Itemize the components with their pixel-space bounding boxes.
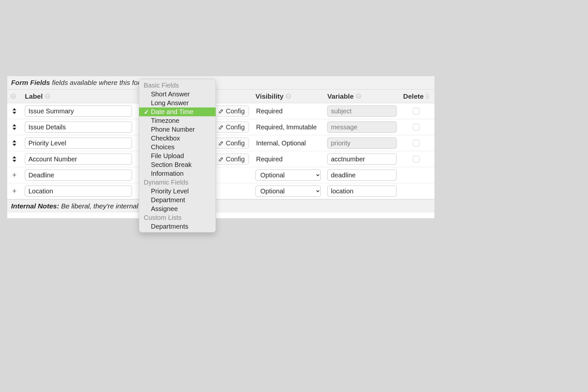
- config-button-label: Config: [226, 139, 245, 147]
- edit-icon: [219, 108, 224, 114]
- visibility-text: Internal, Optional: [255, 139, 321, 147]
- dropdown-item[interactable]: Phone Number: [139, 125, 216, 134]
- variable-input[interactable]: [327, 170, 397, 181]
- config-button-label: Config: [226, 123, 245, 131]
- column-delete-text: Delete: [403, 92, 424, 100]
- table-row: +Optional: [7, 167, 434, 183]
- column-visibility-header: Visibility: [252, 90, 324, 102]
- label-input[interactable]: [25, 170, 132, 181]
- svg-marker-0: [12, 108, 16, 110]
- dropdown-item[interactable]: Department: [139, 196, 216, 204]
- delete-checkbox[interactable]: [413, 140, 419, 146]
- label-input[interactable]: [25, 154, 132, 165]
- plus-icon: +: [12, 171, 17, 179]
- variable-readonly: subject: [327, 106, 397, 117]
- dropdown-group-label: Custom Lists: [139, 213, 216, 222]
- help-icon[interactable]: [10, 93, 16, 99]
- svg-marker-4: [12, 140, 16, 142]
- table-row: ConfigInternal, Optionalpriority: [7, 135, 434, 151]
- table-row: ConfigRequired: [7, 151, 434, 167]
- dropdown-item[interactable]: Information: [139, 169, 216, 178]
- section-title: Form Fields: [11, 79, 50, 86]
- label-input[interactable]: [25, 106, 132, 117]
- drag-handle[interactable]: [7, 123, 22, 131]
- dropdown-item[interactable]: Choices: [139, 143, 216, 152]
- svg-marker-6: [12, 156, 16, 158]
- column-visibility-text: Visibility: [255, 92, 284, 100]
- label-input[interactable]: [25, 186, 132, 197]
- visibility-text: Required: [255, 107, 321, 115]
- sort-icon: [12, 156, 17, 162]
- internal-notes-subtitle: Be liberal, they're internal: [61, 202, 138, 210]
- add-handle[interactable]: +: [7, 186, 22, 197]
- variable-input[interactable]: [327, 186, 397, 197]
- table-row: ConfigRequired, Immutablemessage: [7, 119, 434, 135]
- svg-marker-1: [12, 112, 16, 114]
- config-button[interactable]: Config: [214, 122, 249, 133]
- column-drag: [7, 91, 22, 101]
- column-variable-text: Variable: [327, 92, 354, 100]
- config-button[interactable]: Config: [214, 154, 249, 165]
- help-icon[interactable]: [286, 93, 291, 99]
- dropdown-item[interactable]: Departments: [139, 222, 216, 231]
- config-button[interactable]: Config: [214, 106, 249, 117]
- config-button-label: Config: [226, 107, 245, 115]
- form-fields-panel: Form Fields fields available where this …: [7, 76, 435, 218]
- label-input[interactable]: [25, 122, 132, 133]
- sort-icon: [12, 124, 17, 130]
- variable-readonly: message: [327, 122, 397, 133]
- column-label-text: Label: [25, 92, 43, 100]
- column-variable-header: Variable: [324, 90, 400, 102]
- help-icon[interactable]: [426, 93, 429, 99]
- help-icon[interactable]: [45, 93, 50, 99]
- visibility-select[interactable]: Optional: [255, 170, 321, 181]
- sort-icon: [12, 108, 17, 114]
- edit-icon: [219, 140, 224, 146]
- add-handle[interactable]: +: [7, 170, 22, 181]
- delete-checkbox[interactable]: [413, 156, 419, 162]
- help-icon[interactable]: [356, 93, 361, 99]
- plus-icon: +: [12, 187, 17, 195]
- table-row: ConfigRequiredsubject: [7, 103, 434, 119]
- dropdown-item[interactable]: Section Break: [139, 160, 216, 169]
- variable-readonly: priority: [327, 138, 397, 149]
- dropdown-item[interactable]: Assignee: [139, 204, 216, 213]
- visibility-select[interactable]: Optional: [255, 186, 321, 197]
- delete-checkbox[interactable]: [413, 124, 419, 130]
- label-input[interactable]: [25, 138, 132, 149]
- dropdown-item[interactable]: File Upload: [139, 152, 216, 160]
- delete-checkbox[interactable]: [413, 108, 419, 114]
- internal-notes-title: Internal Notes:: [11, 202, 59, 210]
- dropdown-item[interactable]: Date and Time: [139, 107, 216, 116]
- visibility-text: Required, Immutable: [255, 123, 321, 131]
- dropdown-item[interactable]: Short Answer: [139, 90, 216, 99]
- drag-handle[interactable]: [7, 139, 22, 147]
- config-button[interactable]: Config: [214, 138, 249, 149]
- dropdown-group-label: Basic Fields: [139, 81, 216, 90]
- section-subtitle: fields available where this form: [52, 79, 146, 86]
- drag-handle[interactable]: [7, 107, 22, 115]
- dropdown-item[interactable]: Long Answer: [139, 99, 216, 107]
- sort-icon: [12, 140, 17, 146]
- column-label-header: Label: [22, 90, 135, 102]
- section-header: Form Fields fields available where this …: [7, 76, 434, 90]
- svg-marker-2: [12, 124, 16, 126]
- internal-notes-header: Internal Notes: Be liberal, they're inte…: [7, 199, 434, 213]
- column-headers: Label Visibility Variable Delete: [7, 90, 434, 103]
- drag-handle[interactable]: [7, 155, 22, 163]
- svg-marker-3: [12, 128, 16, 130]
- field-type-dropdown[interactable]: Basic FieldsShort AnswerLong AnswerDate …: [139, 79, 216, 233]
- config-button-label: Config: [226, 155, 245, 163]
- variable-input[interactable]: [327, 154, 397, 165]
- column-delete-header: Delete: [400, 90, 433, 102]
- dropdown-item[interactable]: Timezone: [139, 116, 216, 125]
- dropdown-group-label: Dynamic Fields: [139, 178, 216, 187]
- visibility-text: Required: [255, 155, 321, 163]
- dropdown-item[interactable]: Checkbox: [139, 134, 216, 143]
- svg-marker-7: [12, 160, 16, 162]
- dropdown-item[interactable]: Priority Level: [139, 187, 216, 196]
- edit-icon: [219, 156, 224, 162]
- table-row: +Optional: [7, 183, 434, 199]
- edit-icon: [219, 124, 224, 130]
- svg-marker-5: [12, 144, 16, 146]
